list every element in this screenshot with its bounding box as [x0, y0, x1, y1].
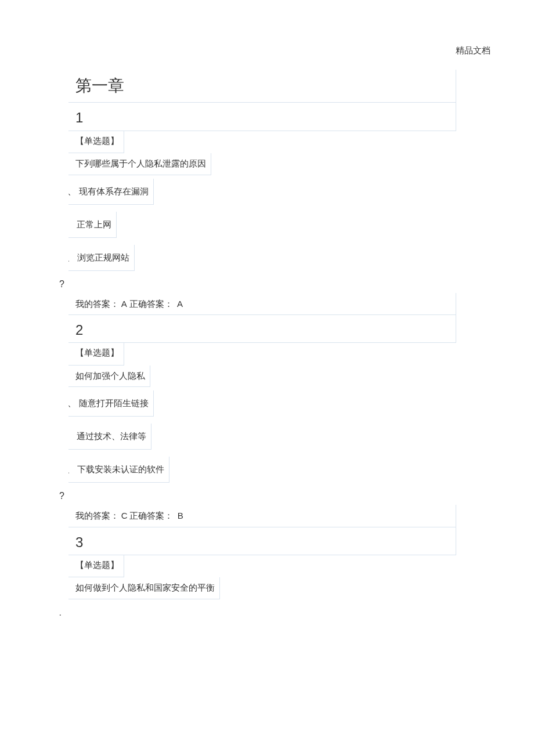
question-mark: ? [59, 483, 475, 505]
option-b: B、 正常上网 [68, 212, 117, 238]
option-label: A 、 [68, 186, 77, 196]
my-answer: C [121, 511, 128, 520]
footer-dot: . [59, 609, 62, 618]
header-label: 精品文档 [456, 45, 490, 56]
question-mark: ? [59, 271, 475, 293]
question-type: 【单选题】 [68, 131, 124, 154]
option-c: C、 下载安装未认证的软件 [68, 457, 169, 483]
chapter-title: 第一章 [68, 70, 456, 103]
correct-prefix: 正确答案： [129, 511, 173, 520]
question-text: 如何做到个人隐私和国家安全的平衡 [68, 577, 220, 599]
option-text: 下载安装未认证的软件 [77, 465, 164, 474]
option-b: B、 通过技术、法律等 [68, 424, 151, 450]
option-label: C、 [68, 464, 75, 474]
option-c: C、 浏览正规网站 [68, 245, 135, 271]
my-answer: A [121, 299, 127, 309]
option-text: 现有体系存在漏洞 [79, 187, 149, 196]
answer-line: 我的答案： C 正确答案： B [68, 505, 456, 527]
question-number: 1 [68, 103, 456, 131]
question-text: 下列哪些属于个人隐私泄露的原因 [68, 153, 211, 175]
question-number: 3 [68, 527, 456, 555]
question-type: 【单选题】 [68, 343, 124, 366]
option-text: 通过技术、法律等 [77, 432, 146, 441]
option-text: 随意打开陌生链接 [79, 399, 149, 408]
option-text: 正常上网 [77, 220, 111, 229]
question-number: 2 [68, 315, 456, 343]
option-label: B、 [68, 431, 75, 441]
correct-answer: B [178, 511, 183, 520]
answer-prefix: 我的答案： [75, 511, 119, 520]
option-label: A 、 [68, 398, 77, 408]
answer-prefix: 我的答案： [75, 299, 119, 309]
option-a: A 、 随意打开陌生链接 [68, 390, 154, 417]
correct-prefix: 正确答案： [129, 299, 173, 309]
option-label: B、 [68, 219, 75, 229]
option-text: 浏览正规网站 [77, 253, 129, 262]
question-type: 【单选题】 [68, 555, 124, 578]
answer-line: 我的答案： A 正确答案： A [68, 293, 456, 316]
question-text: 如何加强个人隐私 [68, 366, 150, 388]
option-a: A 、 现有体系存在漏洞 [68, 179, 154, 205]
option-label: C、 [68, 252, 75, 262]
correct-answer: A [177, 299, 183, 309]
content-area: 第一章 1 【单选题】 下列哪些属于个人隐私泄露的原因 A 、 现有体系存在漏洞… [68, 70, 475, 599]
document-page: 第一章 1 【单选题】 下列哪些属于个人隐私泄露的原因 A 、 现有体系存在漏洞… [0, 0, 534, 628]
